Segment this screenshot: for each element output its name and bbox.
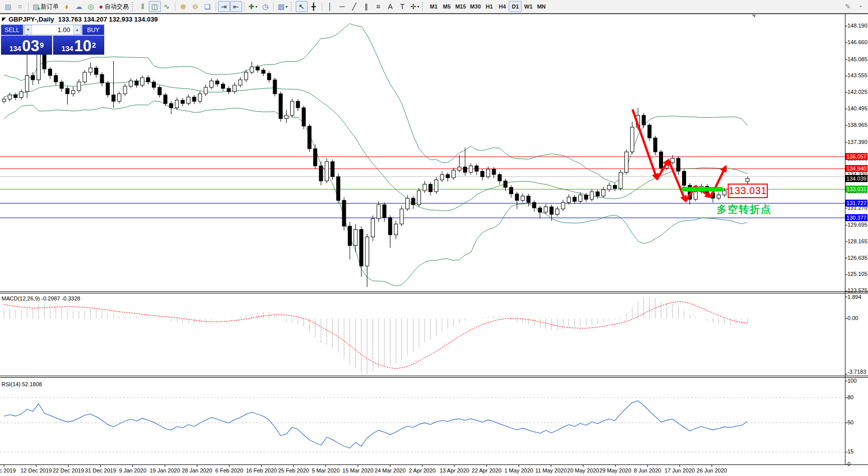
chart-profiles-icon[interactable]: ⌗ xyxy=(14,1,26,12)
timeframe-d1[interactable]: D1 xyxy=(509,1,522,12)
volume-decrease-button[interactable]: ▼ xyxy=(24,25,32,35)
timeframe-m30[interactable]: M30 xyxy=(468,1,483,12)
turning-point-annotation: 多空转折点 xyxy=(717,203,772,216)
buy-price-panel[interactable]: 134 10 2 xyxy=(53,36,104,55)
volume-increase-button[interactable]: ▲ xyxy=(73,25,81,35)
date-tick-label: 28 Jan 2020 xyxy=(182,467,212,473)
templates-icon[interactable]: ▨▾ xyxy=(276,1,289,12)
text-label-icon: T xyxy=(400,3,404,11)
text-icon: A xyxy=(388,3,392,11)
price-tick-label: 146.660 xyxy=(847,39,867,45)
macd-signal-line xyxy=(4,301,748,368)
main-chart-pane xyxy=(3,24,750,287)
trendline-icon[interactable]: ╱ xyxy=(348,1,360,12)
periods-icon[interactable]: ◷ xyxy=(259,1,271,12)
shapes-icon: ✢ xyxy=(410,3,416,11)
price-badge: 134.039 xyxy=(845,175,867,182)
cursor-icon[interactable]: ↖ xyxy=(296,1,308,12)
timeframe-mn[interactable]: MN xyxy=(535,1,548,12)
new-order-button[interactable]: ▤+新订单 xyxy=(31,1,61,12)
price-badge: 134.940 xyxy=(845,165,867,172)
market-watch-icon: ☁ xyxy=(75,3,82,11)
periods-icon: ◷ xyxy=(262,3,268,11)
sell-button[interactable]: SELL xyxy=(1,25,23,35)
equidistant-channel-icon: ∥ xyxy=(364,3,368,11)
volume-value[interactable]: 1.00 xyxy=(32,25,73,35)
date-tick-label: 26 Jun 2020 xyxy=(697,467,727,473)
chevron-down-icon[interactable]: ▾ xyxy=(417,5,419,9)
date-tick-label: 13 Apr 2020 xyxy=(440,467,469,473)
bar-chart-icon[interactable]: ⫴ xyxy=(137,1,149,12)
equidistant-channel-icon[interactable]: ∥ xyxy=(360,1,372,12)
signals-icon[interactable]: ◎ xyxy=(85,1,97,12)
tile-windows-icon[interactable]: ❏ xyxy=(201,1,213,12)
date-tick-label: 24 Mar 2020 xyxy=(375,467,406,473)
date-tick-label: 5 Mar 2020 xyxy=(312,467,340,473)
timeframe-h4[interactable]: H4 xyxy=(496,1,509,12)
crosshair-icon[interactable]: ╋ xyxy=(308,1,320,12)
chevron-down-icon[interactable]: ▾ xyxy=(255,5,257,9)
horizontal-line-icon[interactable]: ─ xyxy=(336,1,348,12)
fibonacci-icon[interactable]: ≡ xyxy=(372,1,384,12)
sell-price-panel[interactable]: 134 03 9 xyxy=(1,36,52,55)
bollinger-band-line xyxy=(4,24,748,183)
date-tick-label: 12 Dec 2019 xyxy=(21,467,52,473)
volume-box: ▼ 1.00 ▲ xyxy=(24,25,82,35)
date-tick-label: 9 Jan 2020 xyxy=(119,467,146,473)
chart-profiles-icon: ⌗ xyxy=(18,3,22,11)
macd-axis-zero: 0.00 xyxy=(847,315,858,321)
horizontal-line-icon: ─ xyxy=(340,3,345,11)
price-tick-label: 138.965 xyxy=(847,122,867,128)
price-tick-label: 137.390 xyxy=(847,139,867,145)
new-chart-window-icon[interactable]: ▤ xyxy=(2,1,14,12)
chevron-down-icon[interactable]: ▾ xyxy=(286,5,288,9)
zoom-out-icon[interactable]: ⊖ xyxy=(189,1,201,12)
vertical-line-icon[interactable]: │ xyxy=(324,1,336,12)
candlestick-chart-icon[interactable]: ◫ xyxy=(149,1,161,12)
date-tick-label: 17 Jun 2020 xyxy=(665,467,695,473)
text-icon[interactable]: A xyxy=(384,1,396,12)
rsi-label: RSI(14) 52.1808 xyxy=(2,381,42,387)
mt4-terminal: ▤⌗▤+新订单⬧☁◎●自动交易⫴◫∿⊕⊖❏⇥⇤✚▾◷▨▾↖╋│─╱∥≡AT✢▾M… xyxy=(0,0,868,476)
toolbar: ▤⌗▤+新订单⬧☁◎●自动交易⫴◫∿⊕⊖❏⇥⇤✚▾◷▨▾↖╋│─╱∥≡AT✢▾M… xyxy=(0,0,868,14)
line-chart-icon[interactable]: ∿ xyxy=(161,1,173,12)
timeframe-m5[interactable]: M5 xyxy=(440,1,453,12)
chart-canvas[interactable] xyxy=(0,0,868,476)
edit-icon[interactable]: ✎ xyxy=(842,1,854,12)
support-price-label: 133.031 xyxy=(728,184,768,198)
text-label-icon[interactable]: T xyxy=(396,1,408,12)
shapes-icon[interactable]: ✢▾ xyxy=(408,1,421,12)
indicators-icon: ✚ xyxy=(249,3,255,11)
macd-label: MACD(12,26,9) -0.2987 -0.3328 xyxy=(2,295,80,301)
zoom-in-icon: ⊕ xyxy=(180,3,186,11)
timeframe-w1[interactable]: W1 xyxy=(522,1,535,12)
community-icon[interactable]: ◔ xyxy=(854,1,866,12)
price-tick-label: 126.635 xyxy=(847,255,867,261)
rsi-axis-label: 15 xyxy=(847,448,853,454)
auto-trading-button[interactable]: ●自动交易 xyxy=(97,1,130,12)
timeframe-m1[interactable]: M1 xyxy=(427,1,440,12)
price-tick-label: 145.085 xyxy=(847,56,867,62)
rsi-axis-label: 0 xyxy=(847,461,850,467)
timeframe-h1[interactable]: H1 xyxy=(483,1,496,12)
auto-scroll-icon[interactable]: ⇥ xyxy=(218,1,230,12)
metaeditor-icon[interactable]: ⬧ xyxy=(61,1,73,12)
price-badge: 136.057 xyxy=(845,153,867,160)
scroll-to-end-marker[interactable] xyxy=(752,15,755,18)
tile-windows-icon: ❏ xyxy=(204,3,210,11)
chart-title: GBPJPY-,Daily xyxy=(9,16,54,23)
candlestick-chart-icon: ◫ xyxy=(151,3,158,11)
macd-pane xyxy=(4,297,748,374)
one-click-trading-panel: SELL ▼ 1.00 ▲ BUY 134 03 9 134 10 2 xyxy=(1,25,104,55)
sell-price-point: 9 xyxy=(40,36,44,55)
timeframe-m15[interactable]: M15 xyxy=(453,1,468,12)
indicators-icon[interactable]: ✚▾ xyxy=(247,1,260,12)
rsi-axis-label: 50 xyxy=(847,419,853,425)
date-tick-label: 2 Apr 2020 xyxy=(409,467,436,473)
price-tick-label: 143.555 xyxy=(847,72,867,78)
chart-shift-icon[interactable]: ⇤ xyxy=(230,1,242,12)
zoom-in-icon[interactable]: ⊕ xyxy=(177,1,189,12)
buy-button[interactable]: BUY xyxy=(82,25,104,35)
market-watch-icon[interactable]: ☁ xyxy=(73,1,85,12)
date-tick-label: 22 Dec 2019 xyxy=(53,467,84,473)
